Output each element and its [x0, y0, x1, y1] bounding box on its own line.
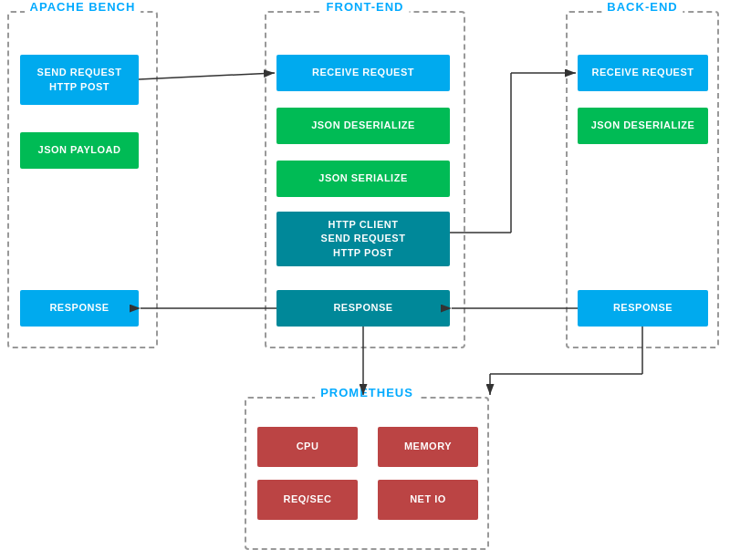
- be-response-box: RESPONSE: [578, 290, 708, 327]
- be-receive-box: RECEIVE REQUEST: [578, 55, 708, 91]
- fe-response-box: RESPONSE: [276, 290, 450, 327]
- prometheus-label: PROMETHEUS: [315, 386, 419, 399]
- fe-serialize-box: JSON SERIALIZE: [276, 161, 450, 197]
- apache-payload-box: JSON PAYLOAD: [20, 132, 139, 169]
- frontend-label: FRONT-END: [321, 0, 410, 14]
- fe-httpclient-box: HTTP CLIENTSEND REQUESTHTTP POST: [276, 212, 450, 266]
- apache-send-box: SEND REQUESTHTTP POST: [20, 55, 139, 105]
- prom-cpu-box: CPU: [257, 427, 358, 467]
- prom-reqsec-box: REQ/SEC: [257, 480, 358, 520]
- svg-line-2: [139, 73, 275, 79]
- diagram: APACHE BENCH FRONT-END BACK-END PROMETHE…: [0, 0, 730, 560]
- apache-bench-label: APACHE BENCH: [25, 0, 141, 14]
- prom-netio-box: NET IO: [378, 480, 478, 520]
- prometheus-section: PROMETHEUS: [245, 397, 489, 550]
- apache-response-box: RESPONSE: [20, 290, 139, 327]
- fe-receive-box: RECEIVE REQUEST: [276, 55, 450, 91]
- backend-label: BACK-END: [601, 0, 683, 14]
- fe-deserialize-box: JSON DESERIALIZE: [276, 108, 450, 144]
- prom-memory-box: MEMORY: [378, 427, 478, 467]
- be-deserialize-box: JSON DESERIALIZE: [578, 108, 708, 144]
